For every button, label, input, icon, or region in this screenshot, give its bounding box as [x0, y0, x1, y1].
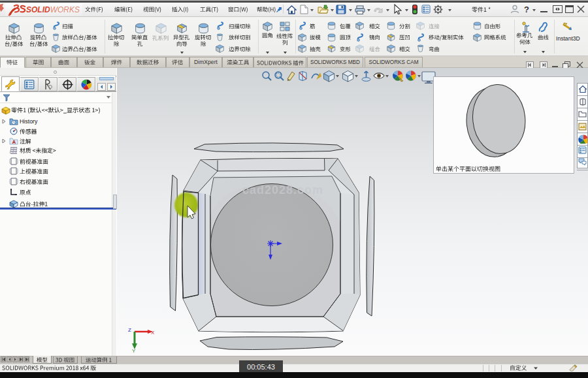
- svg-text:Y: Y: [132, 348, 136, 354]
- svg-text:X: X: [151, 330, 155, 336]
- svg-text:Z: Z: [128, 327, 131, 333]
- svg-text:A: A: [12, 139, 16, 145]
